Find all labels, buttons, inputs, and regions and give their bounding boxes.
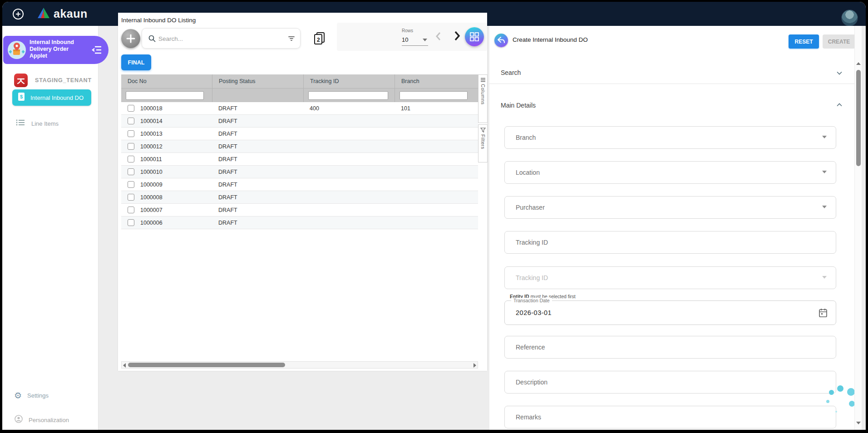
sidebar: Internal Inbound Delivery Order Applet S…	[2, 26, 99, 430]
search-icon	[148, 34, 156, 44]
row-checkbox[interactable]	[128, 130, 134, 137]
remarks-input[interactable]: Remarks	[504, 406, 836, 428]
listing-title: Internal Inbound DO Listing	[121, 17, 196, 24]
sidebar-item-personalization[interactable]: Personalization	[2, 413, 99, 427]
column-header-tracking-id[interactable]: Tracking ID	[303, 74, 395, 88]
column-header-doc-no[interactable]: Doc No	[121, 74, 212, 88]
column-header-branch[interactable]: Branch	[395, 74, 478, 88]
scroll-right-icon[interactable]	[473, 363, 476, 368]
row-checkbox[interactable]	[128, 219, 134, 226]
back-button[interactable]	[494, 34, 508, 47]
chevron-down-icon	[822, 136, 827, 138]
transaction-date-value: 2026-03-01	[516, 309, 552, 316]
add-record-button[interactable]	[121, 29, 140, 48]
table-row[interactable]: 1000014 DRAFT	[121, 115, 478, 128]
transaction-date-field[interactable]: Transaction Date 2026-03-01	[504, 300, 836, 325]
listing-search	[142, 28, 301, 49]
table-row[interactable]: 1000008 DRAFT	[121, 191, 478, 204]
search-section-label[interactable]: Search	[501, 69, 521, 76]
app-window: akaun Internal Inbound Delivery Order Ap…	[2, 2, 866, 430]
doc-no-filter-input[interactable]	[126, 91, 204, 100]
vertical-scrollbar[interactable]	[854, 26, 862, 430]
final-filter-button[interactable]: FINAL	[121, 54, 151, 70]
tab-filters[interactable]: Filters	[478, 124, 488, 162]
row-checkbox[interactable]	[128, 168, 134, 175]
table-side-tabs: Columns Filters	[478, 74, 488, 162]
brand-name: akaun	[54, 7, 88, 20]
add-applet-icon[interactable]	[12, 8, 24, 20]
table-row[interactable]: 1000006 DRAFT	[121, 216, 478, 229]
horizontal-scrollbar-thumb[interactable]	[128, 363, 285, 367]
rows-per-page-select[interactable]: 10	[402, 35, 428, 46]
filters-icon	[480, 128, 486, 133]
reference-input[interactable]: Reference	[504, 336, 836, 359]
search-input[interactable]	[158, 33, 272, 44]
chevron-down-icon	[423, 39, 427, 41]
row-checkbox[interactable]	[128, 105, 134, 112]
scroll-up-icon[interactable]	[856, 62, 861, 65]
row-checkbox[interactable]	[128, 143, 134, 150]
branch-filter-input[interactable]	[399, 91, 468, 100]
settings-label: Settings	[27, 392, 49, 399]
vertical-scrollbar-thumb[interactable]	[856, 70, 861, 166]
next-page-icon[interactable]	[451, 30, 462, 44]
row-checkbox[interactable]	[128, 194, 134, 201]
table-row[interactable]: 1000012 DRAFT	[121, 140, 478, 153]
row-checkbox[interactable]	[128, 207, 134, 213]
sidebar-item-settings[interactable]: ⚙ Settings	[2, 388, 99, 403]
tenant-icon	[14, 74, 28, 87]
list-icon	[16, 119, 25, 128]
grid-view-button[interactable]	[465, 27, 484, 46]
columns-icon	[480, 78, 486, 82]
rows-per-page-value: 10	[402, 36, 408, 43]
chevron-down-icon	[822, 171, 827, 173]
horizontal-scrollbar[interactable]	[121, 361, 478, 369]
table-filter-row	[121, 88, 478, 102]
pagination: Rows 10	[337, 23, 487, 51]
brand-logo[interactable]: akaun	[37, 7, 88, 21]
table-row[interactable]: 1000007 DRAFT	[121, 204, 478, 216]
duplicate-view-icon[interactable]: 2	[313, 32, 325, 46]
tracking-id-input[interactable]: Tracking ID	[504, 231, 836, 254]
tracking-id-entity-select: Tracking ID	[504, 266, 836, 289]
user-avatar[interactable]	[841, 10, 858, 26]
svg-text:$: $	[20, 94, 23, 99]
table-row[interactable]: 1000011 DRAFT	[121, 153, 478, 166]
scroll-down-icon[interactable]	[856, 422, 861, 424]
row-checkbox[interactable]	[128, 181, 134, 188]
sidebar-item-line-items[interactable]: Line Items	[2, 117, 99, 130]
table-row[interactable]: 1000018 DRAFT 400 101	[121, 102, 478, 115]
sidebar-item-internal-inbound-do[interactable]: $ Internal Inbound DO	[12, 89, 91, 106]
previous-page-icon[interactable]	[434, 30, 444, 44]
sidebar-collapse-icon[interactable]	[91, 45, 102, 55]
person-icon	[15, 415, 23, 425]
table-row[interactable]: 1000009 DRAFT	[121, 178, 478, 191]
tab-columns[interactable]: Columns	[478, 74, 488, 123]
main-details-section-label[interactable]: Main Details	[501, 102, 536, 109]
tracking-id-filter-input[interactable]	[308, 91, 388, 100]
row-checkbox[interactable]	[128, 156, 134, 162]
create-panel-title: Create Internal Inbound DO	[513, 36, 588, 43]
applet-header: Internal Inbound Delivery Order Applet	[3, 36, 108, 64]
create-button: CREATE	[823, 34, 855, 49]
column-header-posting-status[interactable]: Posting Status	[212, 74, 303, 88]
sidebar-item-label: Internal Inbound DO	[30, 94, 84, 101]
calendar-icon[interactable]	[819, 308, 828, 320]
purchaser-select[interactable]: Purchaser	[504, 196, 836, 219]
row-checkbox[interactable]	[128, 118, 134, 124]
listing-table: Doc No Posting Status Tracking ID Branch…	[121, 74, 478, 229]
rows-per-page-label: Rows	[402, 28, 413, 33]
chevron-down-icon[interactable]	[835, 69, 843, 79]
reset-button[interactable]: RESET	[789, 34, 819, 49]
table-row[interactable]: 1000013 DRAFT	[121, 128, 478, 140]
chevron-up-icon[interactable]	[835, 101, 843, 111]
filter-icon[interactable]	[287, 34, 296, 44]
branch-select[interactable]: Branch	[504, 126, 836, 149]
sidebar-item-tenant[interactable]: STAGING_TENANT	[2, 71, 99, 89]
description-input[interactable]: Description	[504, 371, 836, 394]
create-panel: Create Internal Inbound DO RESET CREATE …	[489, 26, 854, 430]
location-select[interactable]: Location	[504, 161, 836, 184]
scroll-left-icon[interactable]	[123, 363, 126, 368]
chevron-down-icon	[822, 206, 827, 208]
table-row[interactable]: 1000010 DRAFT	[121, 166, 478, 178]
